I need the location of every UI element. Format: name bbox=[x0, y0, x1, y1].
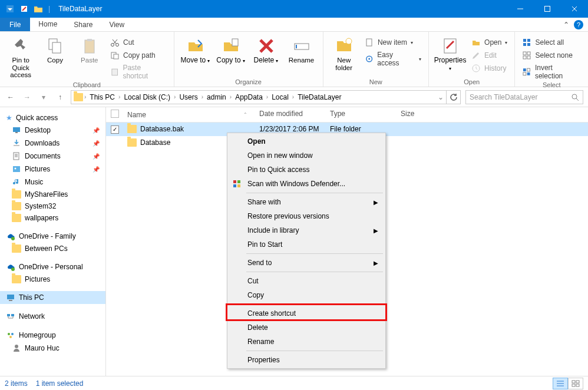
ctx-open-new-window[interactable]: Open in new window bbox=[229, 148, 384, 163]
copy-path-button[interactable]: Copy path bbox=[108, 49, 169, 61]
sidebar-item-mauro[interactable]: Mauro Huc bbox=[0, 342, 105, 355]
ctx-include-library[interactable]: Include in library▶ bbox=[229, 223, 384, 237]
address-bar[interactable]: › This PC› Local Disk (C:)› Users› admin… bbox=[71, 90, 447, 104]
collapse-ribbon-icon[interactable]: ⌃ bbox=[563, 21, 569, 29]
sidebar-item-desktop[interactable]: Desktop📌 bbox=[0, 124, 105, 137]
sidebar-onedrive-personal[interactable]: OneDrive - Personal bbox=[0, 260, 105, 273]
ctx-pin-start[interactable]: Pin to Start bbox=[229, 237, 384, 252]
crumb-2[interactable]: Users bbox=[177, 93, 200, 101]
tab-view[interactable]: View bbox=[101, 18, 133, 31]
qat-new-folder-icon[interactable] bbox=[32, 2, 45, 15]
crumb-4[interactable]: AppData bbox=[233, 93, 265, 101]
ctx-delete[interactable]: Delete bbox=[229, 320, 384, 335]
sidebar-item-music[interactable]: Music bbox=[0, 176, 105, 189]
sidebar-quick-access[interactable]: ★Quick access bbox=[0, 112, 105, 124]
column-header-checkbox[interactable] bbox=[106, 110, 124, 120]
tab-file[interactable]: File bbox=[0, 18, 30, 31]
minimize-button[interactable] bbox=[507, 0, 534, 18]
delete-button[interactable]: Delete ▾ bbox=[250, 34, 283, 64]
cut-button[interactable]: Cut bbox=[108, 37, 169, 48]
copy-button[interactable]: Copy bbox=[39, 34, 71, 64]
svg-rect-28 bbox=[527, 56, 530, 59]
up-button[interactable]: ↑ bbox=[54, 93, 66, 101]
ctx-create-shortcut[interactable]: Create shortcut bbox=[229, 306, 384, 320]
sidebar-homegroup[interactable]: Homegroup bbox=[0, 329, 105, 342]
back-button[interactable]: ← bbox=[5, 93, 16, 101]
refresh-button[interactable] bbox=[447, 90, 461, 104]
ctx-open[interactable]: Open bbox=[229, 134, 384, 148]
svg-rect-2 bbox=[545, 6, 550, 12]
properties-button[interactable]: Properties ▾ bbox=[434, 34, 467, 72]
sidebar-this-pc[interactable]: This PC bbox=[0, 291, 105, 304]
invert-selection-button[interactable]: Invert selection bbox=[520, 62, 583, 81]
crumb-0[interactable]: This PC bbox=[87, 93, 117, 101]
tab-share[interactable]: Share bbox=[65, 18, 101, 31]
maximize-button[interactable] bbox=[534, 0, 561, 18]
recent-locations-button[interactable]: ▾ bbox=[38, 93, 49, 101]
view-details-button[interactable] bbox=[553, 378, 568, 389]
copy-to-button[interactable]: Copy to ▾ bbox=[214, 34, 247, 64]
view-large-icons-button[interactable] bbox=[568, 378, 583, 389]
new-folder-button[interactable]: New folder bbox=[328, 34, 360, 71]
sidebar-item-between-pcs[interactable]: Between PCs bbox=[0, 243, 105, 255]
sidebar-onedrive-family[interactable]: OneDrive - Family bbox=[0, 230, 105, 243]
move-to-button[interactable]: Move to ▾ bbox=[179, 34, 212, 64]
network-icon bbox=[6, 312, 15, 321]
tab-home[interactable]: Home bbox=[30, 18, 65, 31]
edit-button[interactable]: Edit bbox=[469, 49, 510, 61]
sidebar-item-downloads[interactable]: Downloads📌 bbox=[0, 137, 105, 150]
select-none-button[interactable]: Select none bbox=[520, 49, 583, 61]
qat-properties-icon[interactable] bbox=[18, 2, 31, 15]
ribbon-group-select: Select all Select none Invert selection … bbox=[515, 32, 588, 87]
ctx-properties[interactable]: Properties bbox=[229, 353, 384, 367]
navigation-pane[interactable]: ★Quick access Desktop📌 Downloads📌 Docume… bbox=[0, 107, 106, 376]
ctx-send-to[interactable]: Send to▶ bbox=[229, 256, 384, 270]
sidebar-network[interactable]: Network bbox=[0, 310, 105, 323]
chevron-right-icon[interactable]: › bbox=[174, 94, 176, 100]
search-input[interactable]: Search TileDataLayer bbox=[465, 90, 583, 104]
ctx-copy[interactable]: Copy bbox=[229, 288, 384, 302]
rename-button[interactable]: Rename bbox=[285, 34, 318, 64]
column-header-name[interactable]: Name⌃ bbox=[124, 110, 259, 120]
sidebar-item-pictures[interactable]: Pictures📌 bbox=[0, 163, 105, 176]
crumb-6[interactable]: TileDataLayer bbox=[295, 93, 343, 101]
close-button[interactable] bbox=[561, 0, 588, 18]
ctx-scan-defender[interactable]: Scan with Windows Defender... bbox=[229, 177, 384, 191]
open-button[interactable]: Open ▾ bbox=[469, 37, 510, 48]
chevron-right-icon[interactable]: › bbox=[118, 94, 120, 100]
sidebar-item-pictures-od[interactable]: Pictures bbox=[0, 273, 105, 285]
column-header-type[interactable]: Type bbox=[330, 110, 401, 120]
new-item-button[interactable]: New item ▾ bbox=[362, 37, 424, 48]
crumb-3[interactable]: admin bbox=[204, 93, 229, 101]
easy-access-button[interactable]: Easy access ▾ bbox=[362, 49, 424, 68]
paste-shortcut-button[interactable]: Paste shortcut bbox=[108, 62, 169, 81]
sidebar-item-wallpapers[interactable]: wallpapers bbox=[0, 212, 105, 224]
row-checkbox[interactable]: ✓ bbox=[111, 125, 119, 134]
paste-button[interactable]: Paste bbox=[74, 34, 105, 64]
chevron-right-icon[interactable]: › bbox=[230, 94, 232, 100]
ctx-restore-versions[interactable]: Restore previous versions bbox=[229, 209, 384, 223]
select-all-button[interactable]: Select all bbox=[520, 37, 583, 48]
forward-button[interactable]: → bbox=[21, 93, 33, 101]
sidebar-item-system32[interactable]: System32 bbox=[0, 200, 105, 212]
ctx-share-with[interactable]: Share with▶ bbox=[229, 195, 384, 209]
svg-rect-41 bbox=[7, 295, 14, 299]
ctx-pin-quick-access[interactable]: Pin to Quick access bbox=[229, 163, 384, 177]
crumb-1[interactable]: Local Disk (C:) bbox=[121, 93, 173, 101]
sidebar-item-documents[interactable]: Documents📌 bbox=[0, 150, 105, 163]
chevron-right-icon[interactable]: › bbox=[201, 94, 203, 100]
history-button[interactable]: History bbox=[469, 62, 510, 74]
column-header-size[interactable]: Size bbox=[401, 110, 448, 120]
pin-to-quick-access-button[interactable]: Pin to Quick access bbox=[5, 34, 37, 79]
ctx-rename[interactable]: Rename bbox=[229, 335, 384, 349]
chevron-right-icon[interactable]: › bbox=[292, 94, 294, 100]
chevron-right-icon[interactable]: › bbox=[266, 94, 268, 100]
svg-rect-27 bbox=[523, 56, 526, 59]
sidebar-item-mysharefiles[interactable]: MyShareFiles bbox=[0, 189, 105, 200]
ctx-cut[interactable]: Cut bbox=[229, 274, 384, 288]
address-dropdown-icon[interactable]: ⌄ bbox=[438, 93, 444, 101]
column-header-date[interactable]: Date modified bbox=[259, 110, 330, 120]
crumb-5[interactable]: Local bbox=[269, 93, 291, 101]
qat-dropdown-icon[interactable] bbox=[4, 2, 16, 15]
help-icon[interactable]: ? bbox=[574, 20, 583, 29]
